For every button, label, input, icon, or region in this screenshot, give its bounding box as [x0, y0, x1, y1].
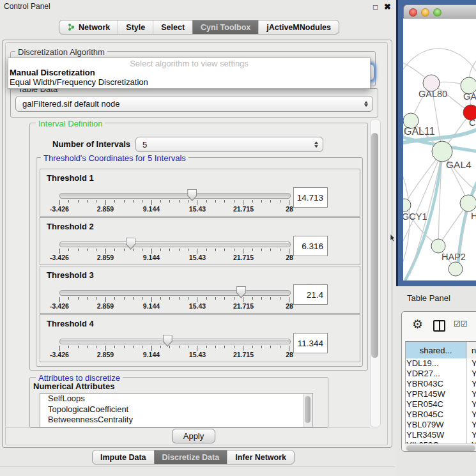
table-row[interactable]: YER054CYER0 — [406, 399, 476, 410]
cell-shared-name[interactable]: YDL19... — [406, 358, 467, 369]
split-columns-icon[interactable] — [433, 320, 445, 332]
tab-label: Discretize Data — [162, 453, 220, 462]
tab-jactivemnodules[interactable]: jActiveMNodules — [258, 20, 339, 34]
cell-name[interactable]: YDL1 — [467, 358, 476, 369]
float-window-icon[interactable]: □ — [373, 3, 378, 12]
table-settings-gear-icon[interactable]: ⚙ — [412, 317, 423, 332]
numerical-attributes-list[interactable]: SelfLoopsTopologicalCoefficientBetweenne… — [40, 393, 313, 428]
threshold-value-field[interactable]: 21.4 — [293, 284, 328, 305]
cell-name[interactable]: YBR0 — [467, 410, 476, 420]
window-bottom-edge — [0, 466, 395, 467]
table-row[interactable]: YBR045CYBR0 — [406, 410, 476, 420]
tick-label: -3.426 — [50, 351, 69, 358]
cell-name[interactable]: YLR3 — [467, 430, 476, 440]
slider-track[interactable] — [59, 242, 291, 247]
interval-definition-title: Interval Definition — [36, 119, 105, 128]
tick-label: 28 — [286, 254, 293, 261]
slider-ticks — [59, 346, 289, 351]
number-of-intervals-value: 5 — [142, 140, 147, 150]
cell-name[interactable]: YBL0 — [467, 420, 476, 430]
network-edge[interactable] — [403, 49, 476, 77]
slider-track[interactable] — [59, 339, 291, 344]
tab-infer-network[interactable]: Infer Network — [227, 450, 294, 464]
network-node-hap2[interactable] — [431, 239, 445, 253]
threshold-label: Threshold 4 — [47, 319, 94, 328]
cell-name[interactable]: YER0 — [467, 399, 476, 410]
network-node-label: GA — [463, 91, 476, 102]
algorithm-option-equal-width[interactable]: Equal Width/Frequency Discretization — [10, 77, 369, 87]
algorithm-option-manual[interactable]: Manual Discretization — [10, 68, 369, 77]
table-row[interactable]: YDL19...YDL1 — [406, 358, 476, 369]
attribute-list-item[interactable]: SelfLoops — [40, 394, 312, 404]
tick-label: -3.426 — [50, 205, 69, 213]
table-row[interactable]: YLR345WYLR3 — [406, 430, 476, 440]
network-node-label: GAL4 — [446, 159, 472, 170]
attributes-scrollbar-thumb[interactable] — [305, 396, 311, 423]
cell-shared-name[interactable]: YDR27... — [406, 369, 467, 379]
cell-shared-name[interactable]: YER054C — [406, 399, 467, 410]
table-row[interactable]: YDR27...YDR2 — [406, 369, 476, 379]
cell-shared-name[interactable]: YLR345W — [406, 430, 467, 440]
combo-arrows-icon — [314, 141, 318, 148]
tick-label: -3.426 — [50, 254, 69, 261]
network-node-label: HAP2 — [441, 252, 466, 262]
slider-ticks — [59, 249, 289, 254]
threshold-value-field[interactable]: 11.344 — [293, 333, 328, 353]
tab-label: Impute Data — [100, 453, 146, 462]
table-row[interactable]: YBR043CYBR0 — [406, 379, 476, 389]
tick-label: 28 — [286, 302, 293, 310]
slider-track[interactable] — [59, 290, 291, 296]
attributes-scrollbar-track[interactable] — [303, 394, 312, 427]
zoom-traffic-light-icon[interactable] — [433, 8, 441, 17]
thresholds-group-title: Threshold's Coordinates for 5 Intervals — [41, 153, 188, 163]
tab-select[interactable]: Select — [153, 20, 192, 34]
cell-shared-name[interactable]: YPR145W — [406, 389, 467, 399]
panel-scrollbar-thumb[interactable] — [371, 133, 378, 358]
slider-track[interactable] — [59, 193, 291, 199]
tab-style[interactable]: Style — [118, 20, 153, 34]
combo-arrows-icon — [364, 101, 368, 107]
tab-discretize-data[interactable]: Discretize Data — [154, 450, 227, 464]
minimize-traffic-light-icon[interactable] — [421, 8, 429, 17]
table-row[interactable]: YBL079WYBL0 — [406, 420, 476, 430]
cell-name[interactable]: YBR0 — [467, 379, 476, 389]
tick-label: 15.43 — [189, 254, 206, 261]
tab-network[interactable]: Network — [59, 20, 118, 34]
attribute-list-item[interactable]: BetweennessCentrality — [40, 415, 312, 426]
network-node-h[interactable] — [460, 195, 476, 211]
attribute-list-item[interactable]: TopologicalCoefficient — [40, 404, 312, 415]
apply-button[interactable]: Apply — [172, 429, 215, 443]
algorithm-hint-option: Select algorithm to view settings — [8, 59, 370, 68]
threshold-panel: Threshold 3 -3.4262.8599.14415.4321.7152… — [40, 266, 360, 314]
cell-name[interactable]: YPR1 — [467, 389, 476, 399]
tick-label: 9.144 — [143, 351, 160, 358]
number-of-intervals-combo[interactable]: 5 — [135, 137, 323, 152]
network-canvas[interactable]: GAL80GACGAL11GAL4GCY1HHAP2 — [403, 19, 476, 280]
threshold-label: Threshold 3 — [47, 270, 94, 280]
cell-shared-name[interactable]: YBR045C — [406, 410, 467, 420]
table-hscrollbar-thumb[interactable] — [406, 445, 475, 451]
table-hscrollbar-track[interactable] — [405, 443, 476, 452]
cell-name[interactable]: YDR2 — [467, 369, 476, 379]
threshold-value-field[interactable]: 6.316 — [293, 236, 328, 256]
tick-label: 21.715 — [233, 205, 254, 213]
slider-ticks — [59, 200, 289, 205]
cell-shared-name[interactable]: YBL079W — [406, 420, 467, 430]
close-window-icon[interactable]: ✖ — [384, 2, 391, 12]
tab-cyni-toolbox[interactable]: Cyni Toolbox — [192, 20, 258, 34]
close-traffic-light-icon[interactable] — [409, 8, 417, 17]
cell-shared-name[interactable]: YBR043C — [406, 379, 467, 389]
tab-impute-data[interactable]: Impute Data — [93, 450, 154, 464]
tick-label: 21.715 — [233, 302, 254, 310]
table-data-combo[interactable]: galFiltered.sif default node — [15, 96, 373, 112]
threshold-panel: Threshold 4 -3.4262.8599.14415.4321.7152… — [40, 314, 360, 362]
threshold-value-field[interactable]: 14.713 — [293, 187, 328, 208]
network-node[interactable] — [449, 262, 463, 276]
select-columns-checkboxes-icon[interactable]: ☑☑ — [454, 319, 468, 328]
table-row[interactable]: YPR145WYPR1 — [406, 389, 476, 399]
column-header-shared-name[interactable]: shared... — [406, 342, 466, 358]
tab-label: Style — [126, 23, 145, 32]
column-header-name[interactable]: n — [466, 342, 476, 358]
network-window-titlebar[interactable] — [403, 4, 476, 19]
tick-label: 21.715 — [233, 351, 254, 358]
